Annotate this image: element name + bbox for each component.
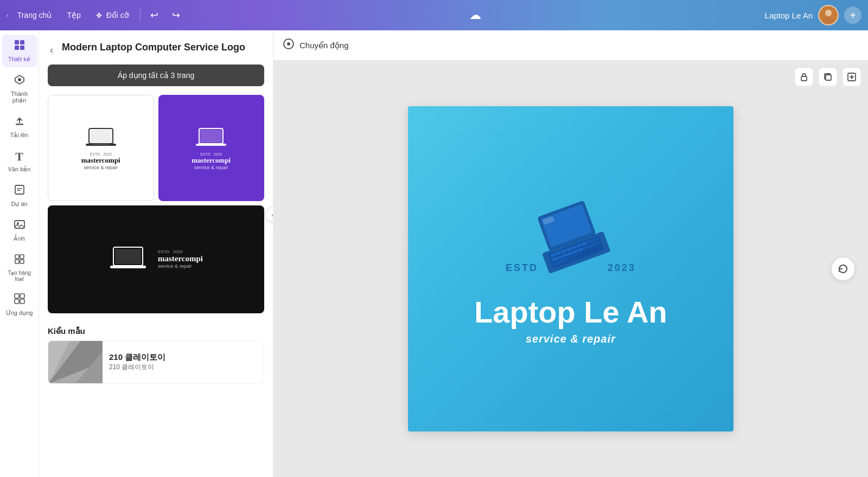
template-card-black[interactable]: ESTD 2020 mastercompi service & repair bbox=[48, 205, 264, 314]
svg-rect-23 bbox=[90, 130, 112, 143]
template-purple-sub: service & repair bbox=[194, 165, 228, 170]
svg-rect-8 bbox=[16, 124, 23, 125]
svg-rect-11 bbox=[17, 190, 21, 191]
svg-point-7 bbox=[18, 78, 21, 81]
motion-icon bbox=[282, 37, 295, 53]
sidebar-label-anh: Ảnh bbox=[14, 235, 24, 242]
duplicate-button[interactable] bbox=[818, 67, 838, 87]
redo-icon: ↪ bbox=[172, 9, 180, 21]
sidebar-item-ung-dung[interactable]: Ứng dụng bbox=[2, 288, 37, 321]
font-thumb-graphic bbox=[48, 340, 103, 384]
redo-button[interactable]: ↪ bbox=[167, 5, 186, 25]
add-page-icon bbox=[847, 72, 857, 82]
laptop-3d-graphic bbox=[516, 196, 625, 278]
svg-rect-14 bbox=[15, 255, 19, 259]
topbar-nav-left: ‹ Trang chủ Tệp ✥ Đổi cỡ ↩ ↪ bbox=[7, 5, 186, 25]
font-info: 210 클레이토이 210 클레이토이 bbox=[103, 341, 172, 383]
svg-rect-10 bbox=[17, 188, 22, 189]
template-black-inner: ESTD 2020 mastercompi service & repair bbox=[48, 205, 264, 314]
duplicate-icon bbox=[823, 72, 833, 82]
font-preview-card[interactable]: 210 클레이토이 210 클레이토이 bbox=[48, 340, 264, 384]
lock-icon bbox=[799, 72, 809, 82]
template-card-white[interactable]: ESTD 2020 mastercompi service & repair bbox=[48, 95, 154, 201]
rotate-button[interactable] bbox=[831, 257, 855, 281]
svg-rect-20 bbox=[15, 299, 19, 304]
user-avatar-icon bbox=[821, 8, 836, 23]
apply-all-button[interactable]: Áp dụng tất cả 3 trang bbox=[48, 65, 264, 86]
svg-rect-15 bbox=[20, 255, 24, 259]
sidebar-item-thiet-ke[interactable]: Thiết kế bbox=[2, 35, 37, 67]
file-button[interactable]: Tệp bbox=[60, 8, 87, 23]
svg-rect-27 bbox=[200, 130, 222, 143]
add-collaborator-button[interactable]: + bbox=[844, 7, 861, 24]
batch-icon bbox=[14, 253, 25, 268]
svg-rect-31 bbox=[115, 249, 141, 264]
svg-rect-9 bbox=[15, 185, 24, 194]
template-card-purple[interactable]: ESTD 2020 mastercompi service & repair bbox=[158, 95, 265, 201]
home-button[interactable]: Trang chủ bbox=[11, 8, 59, 23]
undo-icon: ↩ bbox=[150, 9, 158, 21]
sidebar-item-van-ban[interactable]: T Văn bản bbox=[2, 145, 37, 177]
add-icon: + bbox=[850, 9, 856, 22]
add-page-button[interactable] bbox=[842, 67, 861, 87]
file-label: Tệp bbox=[67, 11, 80, 20]
svg-rect-40 bbox=[801, 76, 807, 81]
components-icon bbox=[14, 74, 25, 88]
topbar-nav-center: ☁ bbox=[186, 5, 765, 25]
template-white-sub: service & repair bbox=[84, 165, 118, 170]
project-icon bbox=[14, 184, 25, 198]
template-black-brand: mastercompi bbox=[158, 254, 203, 263]
design-canvas[interactable]: ESTD 2023 bbox=[408, 106, 733, 431]
svg-point-0 bbox=[825, 10, 832, 16]
sidebar-item-thanh-phan[interactable]: Thành phần bbox=[2, 69, 37, 108]
sidebar-item-tao-hang-loat[interactable]: Tạo hàng loạt bbox=[2, 249, 37, 286]
resize-label: Đổi cỡ bbox=[106, 11, 129, 20]
sidebar-label-tai-len: Tải lên bbox=[10, 132, 29, 139]
motion-label: Chuyển động bbox=[299, 41, 349, 50]
panel-back-button[interactable]: ‹ bbox=[48, 42, 55, 58]
canvas-area: ESTD 2023 bbox=[273, 61, 868, 477]
svg-rect-17 bbox=[20, 260, 24, 263]
svg-rect-29 bbox=[202, 144, 220, 145]
canvas-toolbar: Chuyển động bbox=[273, 30, 868, 61]
sidebar-label-thanh-phan: Thành phần bbox=[4, 91, 35, 104]
sidebar-item-tai-len[interactable]: Tải lên bbox=[2, 111, 37, 143]
laptop-icon-purple bbox=[195, 126, 227, 150]
font-name: 210 클레이토이 bbox=[109, 352, 165, 363]
svg-rect-5 bbox=[20, 46, 24, 50]
undo-button[interactable]: ↩ bbox=[145, 5, 164, 25]
topbar: ‹ Trang chủ Tệp ✥ Đổi cỡ ↩ ↪ ☁ Laptop Le… bbox=[0, 0, 868, 30]
text-icon: T bbox=[15, 150, 23, 164]
svg-rect-16 bbox=[15, 260, 19, 263]
back-chevron-icon[interactable]: ‹ bbox=[7, 12, 9, 18]
service-text: service & repair bbox=[526, 333, 616, 345]
avatar[interactable] bbox=[818, 5, 839, 25]
photo-icon bbox=[14, 218, 25, 233]
sidebar-label-van-ban: Văn bản bbox=[8, 166, 31, 173]
sidebar-item-du-an[interactable]: Dự án bbox=[2, 179, 37, 212]
resize-icon: ✥ bbox=[96, 11, 102, 20]
sidebar-label-du-an: Dự án bbox=[11, 201, 27, 208]
separator bbox=[140, 9, 141, 22]
svg-rect-41 bbox=[826, 75, 831, 80]
svg-rect-3 bbox=[20, 40, 24, 44]
svg-rect-33 bbox=[118, 266, 138, 267]
lock-button[interactable] bbox=[794, 67, 814, 87]
cloud-save-button[interactable]: ☁ bbox=[465, 5, 485, 25]
canvas-content: ESTD 2023 bbox=[408, 106, 733, 431]
svg-rect-25 bbox=[92, 144, 110, 145]
sidebar-label-ung-dung: Ứng dụng bbox=[6, 310, 33, 317]
svg-rect-21 bbox=[20, 299, 24, 304]
topbar-nav-right: Laptop Le An + bbox=[765, 5, 861, 25]
svg-rect-4 bbox=[15, 46, 19, 50]
sidebar-item-anh[interactable]: Ảnh bbox=[2, 214, 37, 247]
svg-point-39 bbox=[287, 42, 290, 46]
project-title: Laptop Le An bbox=[765, 11, 813, 20]
svg-rect-2 bbox=[15, 40, 19, 44]
svg-point-1 bbox=[823, 17, 834, 23]
laptop-icon-black bbox=[109, 245, 147, 273]
main-area: Chuyển động bbox=[273, 30, 868, 477]
svg-rect-18 bbox=[15, 294, 19, 298]
resize-button[interactable]: ✥ Đổi cỡ bbox=[90, 8, 136, 23]
laptop-icon-white bbox=[85, 126, 117, 150]
